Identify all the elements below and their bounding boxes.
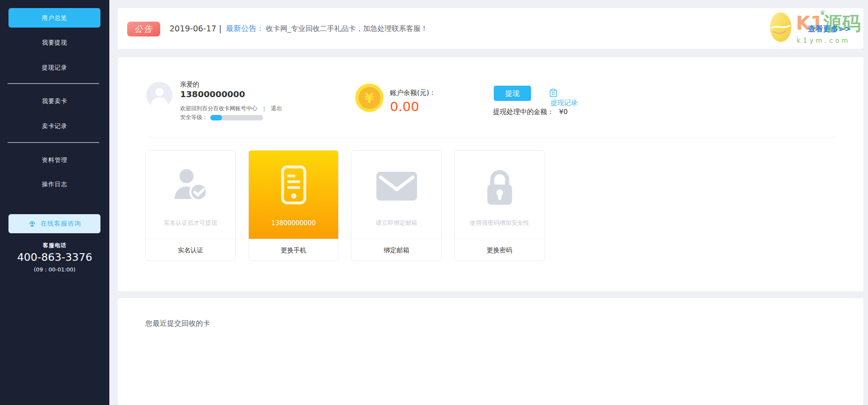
card-label: 绑定邮箱 xyxy=(352,239,441,261)
online-service-label: 在线客服咨询 xyxy=(41,220,81,228)
card-caption: 使用强密码增加安全性 xyxy=(455,219,544,227)
card-label: 更换密码 xyxy=(455,239,544,261)
headset-icon xyxy=(28,220,36,228)
security-level-label: 安全等级： xyxy=(180,114,208,121)
watermark-domain: k1ym.com xyxy=(797,37,851,45)
card-realname-auth[interactable]: 实名认证后才可提现 实名认证 xyxy=(145,150,236,261)
card-label: 更换手机 xyxy=(249,239,338,261)
sidebar-item-overview[interactable]: 用户总览 xyxy=(8,8,100,28)
card-change-password[interactable]: 使用强密码增加安全性 更换密码 xyxy=(454,150,545,261)
security-progress-fill xyxy=(210,115,222,120)
notice-text: 收卡网_专业回收二手礼品卡，加急处理联系客服！ xyxy=(266,24,428,34)
person-icon xyxy=(146,82,172,108)
card-bind-email[interactable]: 请立即绑定邮箱 绑定邮箱 xyxy=(351,150,442,261)
sidebar-divider xyxy=(8,83,99,84)
sidebar-item-sell-record[interactable]: 卖卡记录 xyxy=(0,121,109,131)
sidebar-divider xyxy=(8,142,99,143)
balance-label: 账户余额(元)： xyxy=(390,89,436,98)
avatar xyxy=(146,82,172,108)
withdraw-button[interactable]: 提现 xyxy=(494,86,531,101)
sidebar-item-withdraw[interactable]: 我要提现 xyxy=(0,38,109,47)
recent-cards-panel: 您最近提交回收的卡 xyxy=(118,298,863,405)
yuan-symbol: ¥ xyxy=(364,90,374,106)
user-phone: 13800000000 xyxy=(180,89,245,99)
card-caption: 13800000000 xyxy=(249,219,338,227)
crown-icon: ♛ xyxy=(820,9,825,17)
account-overview-panel: 亲爱的 13800000000 欢迎回到百分百收卡网账号中心 | 退出 安全等级… xyxy=(118,57,863,291)
sidebar-item-operation-log[interactable]: 操作日志 xyxy=(0,179,109,189)
notice-badge: 公告 xyxy=(127,22,160,36)
pending-amount: ¥0 xyxy=(559,108,568,117)
announcement-bar: 公告 2019-06-17 | 最新公告： 收卡网_专业回收二手礼品卡，加急处理… xyxy=(118,8,863,49)
card-caption: 实名认证后才可提现 xyxy=(146,219,235,227)
sidebar-item-withdraw-record[interactable]: 提现记录 xyxy=(0,63,109,72)
card-caption: 请立即绑定邮箱 xyxy=(352,219,441,227)
view-more-link[interactable]: 查看更多>> xyxy=(808,24,851,34)
hotline-hours: (09：00-01:00) xyxy=(0,266,109,274)
phone-icon xyxy=(281,165,306,239)
lock-icon xyxy=(484,167,516,239)
greeting-label: 亲爱的 xyxy=(180,81,199,89)
sidebar: 用户总览 我要提现 提现记录 我要卖卡 卖卡记录 资料管理 操作日志 在线客服咨… xyxy=(0,0,109,405)
card-label: 实名认证 xyxy=(146,239,235,261)
account-action-cards: 实名认证后才可提现 实名认证 13800000000 更换手 xyxy=(145,150,545,261)
logout-link[interactable]: 退出 xyxy=(271,105,282,112)
notice-date: 2019-06-17 | xyxy=(170,24,222,33)
separator: | xyxy=(263,106,265,112)
welcome-text: 欢迎回到百分百收卡网账号中心 xyxy=(180,105,257,112)
person-check-icon xyxy=(170,165,211,239)
security-progress-track xyxy=(210,115,263,120)
sidebar-item-profile[interactable]: 资料管理 xyxy=(0,155,109,165)
withdraw-record-icon[interactable] xyxy=(549,89,557,99)
coin-icon: ¥ xyxy=(355,84,384,112)
hotline-label: 客服电话 xyxy=(0,242,109,249)
hotline-number: 400-863-3376 xyxy=(0,251,109,263)
pending-label: 提现处理中的金额： xyxy=(493,108,554,117)
withdraw-record-link[interactable]: 提现记录 xyxy=(551,99,578,108)
envelope-icon xyxy=(376,172,417,239)
recent-cards-title: 您最近提交回收的卡 xyxy=(145,318,210,328)
balance-amount: 0.00 xyxy=(390,99,419,114)
online-service-button[interactable]: 在线客服咨询 xyxy=(8,214,100,233)
latest-notice-link[interactable]: 最新公告： xyxy=(226,23,264,34)
egg-logo-icon xyxy=(770,12,792,44)
sidebar-item-sell-card[interactable]: 我要卖卡 xyxy=(0,96,109,106)
card-change-phone[interactable]: 13800000000 更换手机 xyxy=(248,150,339,261)
divider xyxy=(146,137,837,137)
